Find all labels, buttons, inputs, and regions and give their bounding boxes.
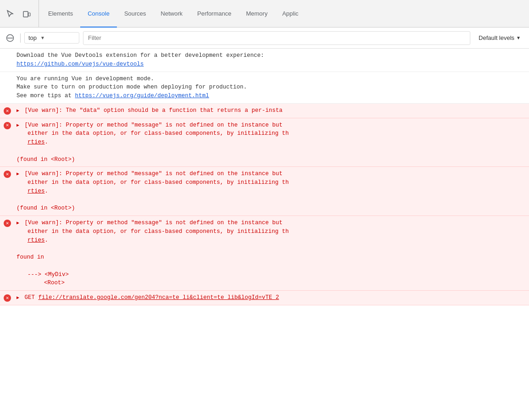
context-selector[interactable]: top ▼ (24, 32, 79, 44)
cursor-icon[interactable] (4, 7, 17, 20)
triangle-4[interactable]: ▶ (17, 220, 19, 227)
tab-memory[interactable]: Memory (239, 0, 275, 28)
console-error-2: ✕ ▶ [Vue warn]: Property or method "mess… (0, 118, 529, 167)
console-error-1: ✕ ▶ [Vue warn]: The "data" option should… (0, 104, 529, 118)
tab-console[interactable]: Console (80, 0, 117, 28)
rties-link-1[interactable]: rties (28, 139, 45, 145)
console-error-5: ✕ ▶ GET file://translate.google.com/gen2… (0, 291, 529, 305)
error-icon-1: ✕ (4, 107, 11, 115)
console-message-1: Download the Vue Devtools extension for … (0, 49, 529, 72)
context-value: top (28, 34, 37, 41)
triangle-1[interactable]: ▶ (17, 107, 19, 114)
tab-performance[interactable]: Performance (190, 0, 238, 28)
filter-input[interactable] (83, 31, 470, 45)
toolbar: top ▼ Default levels ▼ (0, 28, 529, 49)
default-levels-button[interactable]: Default levels ▼ (474, 33, 525, 43)
error-icon-5: ✕ (4, 294, 11, 302)
tab-sources[interactable]: Sources (117, 0, 154, 28)
triangle-5[interactable]: ▶ (17, 294, 19, 301)
svg-rect-0 (23, 11, 28, 17)
context-arrow: ▼ (40, 35, 45, 40)
error-icon-3: ✕ (4, 171, 11, 178)
tab-applic[interactable]: Applic (275, 0, 306, 28)
tab-network[interactable]: Network (154, 0, 190, 28)
console-error-4: ✕ ▶ [Vue warn]: Property or method "mess… (0, 216, 529, 291)
svg-rect-1 (28, 13, 30, 16)
clear-console-button[interactable] (4, 32, 17, 44)
console-message-2: You are running Vue in development mode.… (0, 72, 529, 104)
vue-devtools-link[interactable]: https://github.com/vuejs/vue-devtools (17, 61, 144, 67)
rties-link-2[interactable]: rties (28, 188, 45, 194)
deployment-link[interactable]: https://vuejs.org/guide/deployment.html (75, 93, 209, 99)
tab-elements[interactable]: Elements (41, 0, 80, 28)
translate-link[interactable]: file://translate.google.com/gen204?nca=t… (39, 294, 279, 301)
error-icon-2: ✕ (4, 122, 11, 129)
error-icon-4: ✕ (4, 220, 11, 227)
console-error-3: ✕ ▶ [Vue warn]: Property or method "mess… (0, 167, 529, 216)
console-output: Download the Vue Devtools extension for … (0, 49, 529, 420)
device-icon[interactable] (20, 7, 33, 20)
tab-bar: Elements Console Sources Network Perform… (0, 0, 529, 28)
triangle-2[interactable]: ▶ (17, 122, 19, 129)
tab-icons (4, 0, 39, 27)
toolbar-separator (20, 33, 21, 43)
rties-link-3[interactable]: rties (28, 237, 45, 243)
triangle-3[interactable]: ▶ (17, 171, 19, 177)
